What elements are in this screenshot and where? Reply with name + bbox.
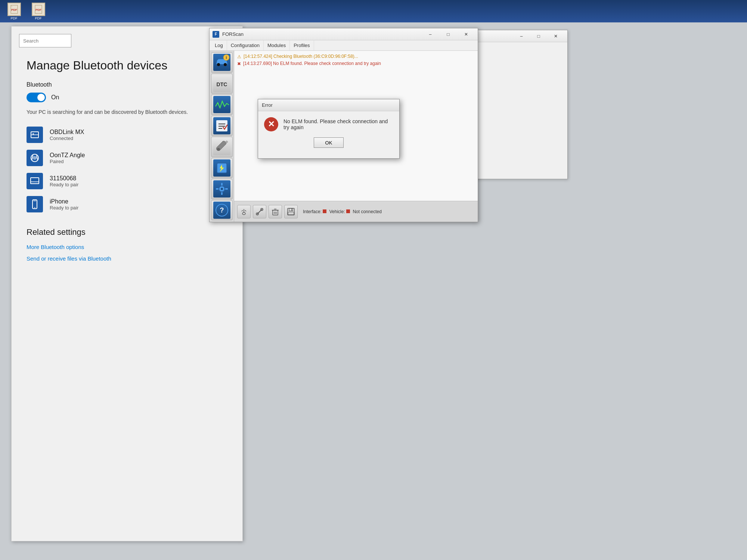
sidebar-checklist-button[interactable] bbox=[211, 116, 233, 136]
taskbar: PDF PDF PDF PDF bbox=[0, 0, 747, 22]
menu-log[interactable]: Log bbox=[211, 40, 227, 50]
page-title: Manage Bluetooth devices bbox=[27, 59, 227, 72]
device-status: Connected bbox=[50, 136, 84, 141]
device-info-iphone: iPhone Ready to pair bbox=[50, 198, 78, 211]
dialog-titlebar: Error bbox=[258, 99, 399, 111]
bg-maximize-button[interactable]: □ bbox=[530, 30, 547, 42]
menu-modules[interactable]: Modules bbox=[264, 40, 290, 50]
svg-point-38 bbox=[221, 188, 223, 190]
bluetooth-toggle[interactable] bbox=[27, 93, 46, 102]
search-container bbox=[12, 27, 242, 51]
list-item[interactable]: 31150068 Ready to pair bbox=[27, 173, 227, 189]
device-info-obdlink: OBDLink MX Connected bbox=[50, 129, 84, 141]
log-entry-error: ✖ [14:13:27.690] No ELM found. Please ch… bbox=[237, 61, 475, 66]
dialog-buttons: OK bbox=[258, 136, 399, 152]
svg-rect-39 bbox=[221, 183, 223, 186]
delete-tool-icon[interactable] bbox=[269, 205, 282, 218]
log-text-2: [14:13:27.690] No ELM found. Please chec… bbox=[243, 61, 381, 66]
minimize-button[interactable]: – bbox=[422, 28, 439, 40]
device-name: iPhone bbox=[50, 198, 78, 205]
toggle-row: On bbox=[27, 93, 227, 102]
svg-text:DTC: DTC bbox=[216, 81, 227, 87]
svg-rect-12 bbox=[31, 178, 39, 184]
svg-point-19 bbox=[217, 63, 220, 66]
sidebar-lightning-button[interactable] bbox=[211, 158, 233, 178]
close-button[interactable]: ✕ bbox=[458, 28, 475, 40]
device-icon-obdlink bbox=[27, 127, 43, 143]
ok-button[interactable]: OK bbox=[314, 137, 344, 148]
forscan-sidebar: i DTC bbox=[210, 51, 234, 222]
svg-rect-42 bbox=[225, 188, 228, 190]
device-info-31150068: 31150068 Ready to pair bbox=[50, 175, 78, 187]
list-item[interactable]: OonTZ Angle Paired bbox=[27, 150, 227, 166]
vehicle-status-dot bbox=[346, 209, 350, 213]
error-message-text: No ELM found. Please check connection an… bbox=[283, 118, 393, 130]
menu-configuration[interactable]: Configuration bbox=[227, 40, 264, 50]
vehicle-label: Vehicle: bbox=[329, 209, 345, 214]
sidebar-waveform-button[interactable] bbox=[211, 94, 233, 115]
more-bluetooth-options-link[interactable]: More Bluetooth options bbox=[27, 244, 227, 250]
device-status: Paired bbox=[50, 159, 85, 164]
bg-minimize-button[interactable]: – bbox=[513, 30, 530, 42]
svg-text:i: i bbox=[226, 56, 227, 60]
sidebar-gear-button[interactable] bbox=[211, 179, 233, 199]
sidebar-help-button[interactable]: ? bbox=[211, 200, 233, 221]
pdf-icon-1: PDF bbox=[7, 3, 21, 16]
pdf-label-1: PDF bbox=[11, 16, 18, 20]
log-text-1: [14:12:57.424] Checking Bluetooth (36:C9… bbox=[244, 54, 358, 59]
device-info-oontz: OonTZ Angle Paired bbox=[50, 152, 85, 164]
svg-line-48 bbox=[242, 210, 243, 211]
bg-close-button[interactable]: ✕ bbox=[547, 30, 564, 42]
bluetooth-section: Bluetooth On Your PC is searching for an… bbox=[27, 81, 227, 116]
bluetooth-label: Bluetooth bbox=[27, 81, 227, 88]
dialog-title: Error bbox=[262, 102, 273, 108]
device-status: Ready to pair bbox=[50, 205, 78, 211]
search-input[interactable] bbox=[19, 34, 71, 47]
forscan-menubar: Log Configuration Modules Profiles bbox=[210, 40, 478, 51]
svg-point-20 bbox=[224, 63, 227, 66]
save-tool-icon[interactable] bbox=[284, 205, 298, 218]
log-entry-warning: ⚠ [14:12:57.424] Checking Bluetooth (36:… bbox=[237, 54, 475, 59]
menu-profiles[interactable]: Profiles bbox=[290, 40, 314, 50]
warning-icon: ⚠ bbox=[237, 54, 241, 59]
toggle-state-label: On bbox=[51, 94, 59, 101]
device-name: OonTZ Angle bbox=[50, 152, 85, 159]
maximize-button[interactable]: □ bbox=[440, 28, 457, 40]
svg-rect-59 bbox=[288, 208, 294, 215]
svg-rect-40 bbox=[221, 192, 223, 195]
svg-rect-61 bbox=[288, 212, 294, 215]
list-item[interactable]: iPhone Ready to pair bbox=[27, 196, 227, 212]
device-icon-oontz bbox=[27, 150, 43, 166]
related-settings: Related settings More Bluetooth options … bbox=[27, 227, 227, 262]
svg-rect-7 bbox=[32, 133, 34, 135]
send-receive-bluetooth-link[interactable]: Send or receive files via Bluetooth bbox=[27, 255, 227, 262]
svg-text:?: ? bbox=[220, 206, 224, 214]
interface-status-dot bbox=[323, 209, 326, 213]
device-name: OBDLink MX bbox=[50, 129, 84, 136]
antenna-tool-icon[interactable] bbox=[237, 205, 251, 218]
forscan-app-icon: F bbox=[213, 31, 219, 38]
svg-line-49 bbox=[245, 210, 246, 211]
svg-line-11 bbox=[37, 156, 38, 160]
pdf-icon-2: PDF bbox=[32, 3, 45, 16]
forscan-titlebar: F FORScan – □ ✕ bbox=[210, 28, 478, 40]
status-bar: Interface: Vehicle: Not connected bbox=[303, 209, 382, 214]
svg-point-16 bbox=[34, 207, 35, 208]
settings-panel: Manage Bluetooth devices Bluetooth On Yo… bbox=[11, 26, 243, 541]
device-icon-iphone bbox=[27, 196, 43, 212]
window-controls: – □ ✕ bbox=[422, 28, 475, 40]
device-icon-31150068 bbox=[27, 173, 43, 189]
pdf-label-2: PDF bbox=[35, 16, 42, 20]
sidebar-dtc-button[interactable]: DTC bbox=[211, 74, 233, 94]
connect-tool-icon[interactable] bbox=[253, 205, 266, 218]
taskbar-icon-pdf-2[interactable]: PDF PDF bbox=[28, 1, 49, 22]
taskbar-icon-pdf-1[interactable]: PDF PDF bbox=[4, 1, 24, 22]
sidebar-car-button[interactable]: i bbox=[211, 52, 233, 73]
list-item[interactable]: OBDLink MX Connected bbox=[27, 127, 227, 143]
settings-content: Manage Bluetooth devices Bluetooth On Yo… bbox=[12, 51, 242, 274]
svg-point-46 bbox=[242, 212, 245, 215]
bluetooth-description: Your PC is searching for and can be disc… bbox=[27, 108, 221, 116]
forscan-title: FORScan bbox=[222, 31, 244, 37]
sidebar-wrench-button[interactable] bbox=[211, 137, 233, 157]
connection-status: Not connected bbox=[353, 209, 381, 214]
